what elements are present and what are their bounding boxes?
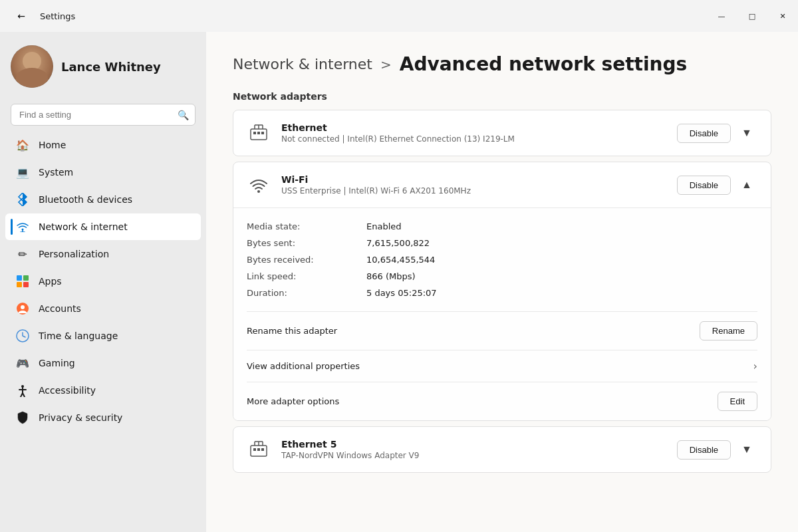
sidebar-item-privacy[interactable]: Privacy & security bbox=[5, 404, 201, 431]
ethernet-adapter-header: Ethernet Not connected | Intel(R) Ethern… bbox=[233, 110, 771, 156]
ethernet5-icon bbox=[247, 438, 271, 462]
bluetooth-icon bbox=[16, 193, 29, 206]
wifi-icon bbox=[247, 173, 271, 197]
ethernet5-adapter-card: Ethernet 5 TAP-NordVPN Windows Adapter V… bbox=[233, 426, 771, 473]
gaming-icon: 🎮 bbox=[16, 356, 29, 370]
ethernet5-adapter-desc: TAP-NordVPN Windows Adapter V9 bbox=[281, 451, 666, 460]
close-button[interactable]: ✕ bbox=[767, 0, 798, 32]
breadcrumb-parent[interactable]: Network & internet bbox=[233, 56, 372, 72]
sidebar-item-system[interactable]: 💻 System bbox=[5, 159, 201, 186]
wifi-adapter-info: Wi-Fi USS Enterprise | Intel(R) Wi-Fi 6 … bbox=[281, 174, 666, 196]
sidebar-item-time[interactable]: Time & language bbox=[5, 323, 201, 349]
wifi-adapter-header: Wi-Fi USS Enterprise | Intel(R) Wi-Fi 6 … bbox=[233, 162, 771, 207]
adapter-options-label: More adapter options bbox=[247, 396, 718, 406]
ethernet5-adapter-info: Ethernet 5 TAP-NordVPN Windows Adapter V… bbox=[281, 439, 666, 460]
breadcrumb-current: Advanced network settings bbox=[400, 53, 687, 75]
duration-value: 5 days 05:25:07 bbox=[366, 288, 757, 298]
sidebar-item-personalization[interactable]: ✏️ Personalization bbox=[5, 241, 201, 267]
search-box: 🔍 bbox=[11, 104, 196, 126]
svg-line-12 bbox=[23, 393, 25, 397]
ethernet-adapter-desc: Not connected | Intel(R) Ethernet Connec… bbox=[281, 134, 666, 144]
sidebar-item-gaming[interactable]: 🎮 Gaming bbox=[5, 350, 201, 376]
svg-point-0 bbox=[22, 229, 24, 231]
svg-rect-4 bbox=[23, 282, 29, 287]
ethernet5-adapter-name: Ethernet 5 bbox=[281, 439, 666, 450]
home-icon: 🏠 bbox=[16, 138, 29, 152]
svg-point-6 bbox=[21, 305, 25, 309]
wifi-adapter-card: Wi-Fi USS Enterprise | Intel(R) Wi-Fi 6 … bbox=[233, 162, 771, 421]
svg-rect-16 bbox=[261, 132, 264, 134]
avatar bbox=[11, 45, 53, 88]
main-content: Network & internet > Advanced network se… bbox=[206, 32, 798, 532]
view-properties-row[interactable]: View additional properties › bbox=[247, 350, 757, 382]
sidebar-item-system-label: System bbox=[39, 167, 73, 178]
bytes-sent-value: 7,615,500,822 bbox=[366, 238, 757, 248]
search-input[interactable] bbox=[11, 104, 196, 126]
svg-rect-24 bbox=[257, 448, 260, 451]
window-controls: — □ ✕ bbox=[706, 0, 798, 32]
link-speed-label: Link speed: bbox=[247, 271, 366, 281]
adapter-options-row: More adapter options Edit bbox=[247, 382, 757, 420]
accessibility-icon bbox=[16, 384, 29, 397]
bytes-sent-label: Bytes sent: bbox=[247, 238, 366, 248]
duration-label: Duration: bbox=[247, 288, 366, 298]
bytes-received-value: 10,654,455,544 bbox=[366, 255, 757, 265]
svg-point-21 bbox=[257, 190, 260, 193]
wifi-adapter-actions: Disable ▲ bbox=[677, 174, 757, 196]
media-state-label: Media state: bbox=[247, 221, 366, 231]
properties-chevron-icon: › bbox=[753, 360, 757, 372]
ethernet5-expand-button[interactable]: ▼ bbox=[736, 439, 757, 460]
link-speed-value: 866 (Mbps) bbox=[366, 271, 757, 281]
sidebar-item-gaming-label: Gaming bbox=[39, 358, 75, 368]
accounts-icon bbox=[16, 302, 29, 315]
user-section[interactable]: Lance Whitney bbox=[0, 32, 206, 98]
wifi-detail-grid: Media state: Enabled Bytes sent: 7,615,5… bbox=[247, 221, 757, 298]
svg-rect-23 bbox=[253, 448, 256, 451]
breadcrumb-separator: > bbox=[380, 57, 392, 72]
rename-adapter-row: Rename this adapter Rename bbox=[247, 311, 757, 350]
view-properties-label: View additional properties bbox=[247, 361, 753, 371]
sidebar-item-accounts-label: Accounts bbox=[39, 303, 81, 314]
sidebar-item-apps[interactable]: Apps bbox=[5, 268, 201, 295]
app-body: Lance Whitney 🔍 🏠 Home 💻 System bbox=[0, 32, 798, 532]
ethernet-disable-button[interactable]: Disable bbox=[677, 124, 731, 143]
sidebar-item-bluetooth[interactable]: Bluetooth & devices bbox=[5, 186, 201, 213]
sidebar-item-apps-label: Apps bbox=[39, 276, 62, 287]
time-icon bbox=[16, 329, 29, 342]
wifi-adapter-desc: USS Enterprise | Intel(R) Wi-Fi 6 AX201 … bbox=[281, 186, 666, 196]
sidebar-item-accounts[interactable]: Accounts bbox=[5, 295, 201, 322]
minimize-button[interactable]: — bbox=[706, 0, 737, 32]
wifi-expand-button[interactable]: ▲ bbox=[736, 174, 757, 196]
sidebar: Lance Whitney 🔍 🏠 Home 💻 System bbox=[0, 32, 206, 532]
sidebar-item-accessibility-label: Accessibility bbox=[39, 385, 96, 396]
privacy-icon bbox=[16, 411, 29, 424]
sidebar-item-time-label: Time & language bbox=[39, 331, 118, 341]
ethernet5-disable-button[interactable]: Disable bbox=[677, 440, 731, 460]
ethernet-adapter-info: Ethernet Not connected | Intel(R) Ethern… bbox=[281, 122, 666, 144]
ethernet-icon bbox=[247, 121, 271, 145]
sidebar-item-accessibility[interactable]: Accessibility bbox=[5, 377, 201, 404]
sidebar-item-personalization-label: Personalization bbox=[39, 249, 109, 259]
personalization-icon: ✏️ bbox=[16, 247, 29, 261]
svg-rect-15 bbox=[257, 132, 260, 134]
svg-rect-3 bbox=[17, 282, 22, 287]
sidebar-item-home-label: Home bbox=[39, 140, 66, 150]
wifi-disable-button[interactable]: Disable bbox=[677, 176, 731, 195]
rename-button[interactable]: Rename bbox=[700, 321, 757, 340]
breadcrumb: Network & internet > Advanced network se… bbox=[233, 53, 771, 75]
svg-rect-2 bbox=[23, 275, 29, 281]
wifi-expanded-section: Media state: Enabled Bytes sent: 7,615,5… bbox=[233, 207, 771, 420]
sidebar-item-home[interactable]: 🏠 Home bbox=[5, 132, 201, 158]
network-icon bbox=[16, 220, 29, 233]
sidebar-item-network[interactable]: Network & internet bbox=[5, 213, 201, 240]
title-bar: ← Settings — □ ✕ bbox=[0, 0, 798, 32]
back-button[interactable]: ← bbox=[11, 5, 32, 27]
ethernet-expand-button[interactable]: ▼ bbox=[736, 122, 757, 144]
nav-list: 🏠 Home 💻 System Bluetooth & devices bbox=[0, 131, 206, 432]
edit-button[interactable]: Edit bbox=[718, 392, 757, 411]
svg-rect-14 bbox=[253, 132, 256, 134]
app-title: Settings bbox=[40, 11, 75, 21]
ethernet-adapter-card: Ethernet Not connected | Intel(R) Ethern… bbox=[233, 110, 771, 156]
maximize-button[interactable]: □ bbox=[737, 0, 767, 32]
ethernet5-adapter-actions: Disable ▼ bbox=[677, 439, 757, 460]
